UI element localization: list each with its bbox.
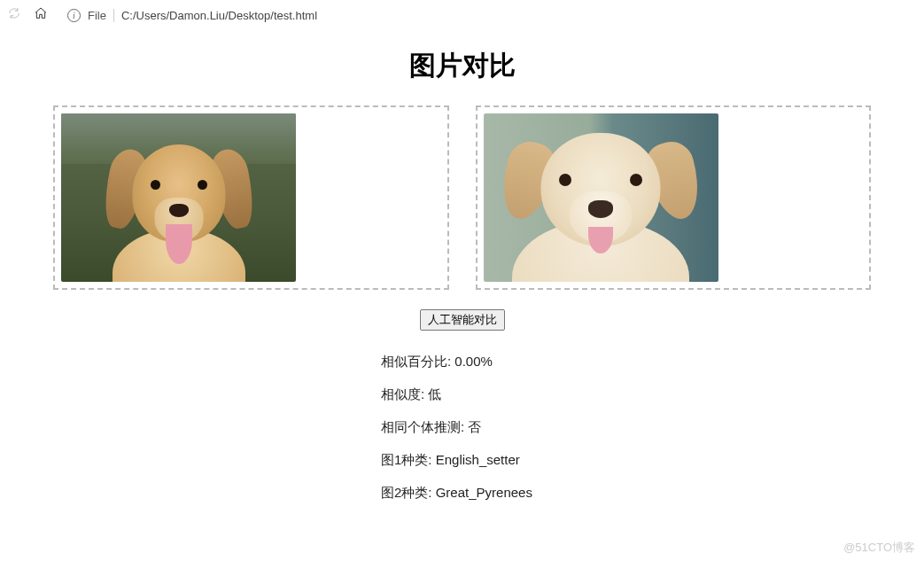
result-label: 相似百分比 [381, 354, 447, 369]
result-value: 否 [468, 419, 481, 434]
address-bar[interactable]: i File C:/Users/Damon.Liu/Desktop/test.h… [57, 3, 917, 27]
home-icon[interactable] [34, 6, 48, 24]
browser-toolbar: i File C:/Users/Damon.Liu/Desktop/test.h… [0, 0, 924, 30]
result-value: 0.00% [454, 354, 493, 369]
image-dropzone-1[interactable] [53, 105, 449, 290]
refresh-icon[interactable] [7, 6, 21, 24]
result-value: Great_Pyrenees [436, 485, 532, 500]
button-row: 人工智能对比 [53, 309, 871, 331]
result-image2-class: 图2种类: Great_Pyrenees [381, 485, 871, 502]
info-icon[interactable]: i [67, 9, 81, 22]
image-2 [484, 113, 718, 282]
result-similarity-level: 相似度: 低 [381, 386, 871, 403]
page-content: 图片对比 [0, 30, 924, 502]
image-compare-row [53, 105, 871, 290]
result-value: 低 [428, 386, 441, 401]
page-title: 图片对比 [53, 48, 871, 84]
image-dropzone-2[interactable] [476, 105, 872, 290]
result-same-individual: 相同个体推测: 否 [381, 419, 871, 436]
result-label: 相似度 [381, 386, 421, 401]
results-list: 相似百分比: 0.00% 相似度: 低 相同个体推测: 否 图1种类: Engl… [53, 354, 871, 502]
ai-compare-button[interactable]: 人工智能对比 [420, 309, 505, 331]
nav-controls [7, 6, 48, 24]
result-label: 图1种类 [381, 452, 428, 467]
result-label: 图2种类 [381, 485, 428, 500]
url-scheme-label: File [88, 9, 114, 22]
result-value: English_setter [436, 452, 520, 467]
result-similarity-percent: 相似百分比: 0.00% [381, 354, 871, 370]
image-1 [61, 113, 296, 282]
watermark: @51CTO博客 [843, 540, 915, 556]
result-label: 相同个体推测 [381, 419, 461, 434]
url-text: C:/Users/Damon.Liu/Desktop/test.html [121, 9, 317, 22]
result-image1-class: 图1种类: English_setter [381, 452, 871, 469]
